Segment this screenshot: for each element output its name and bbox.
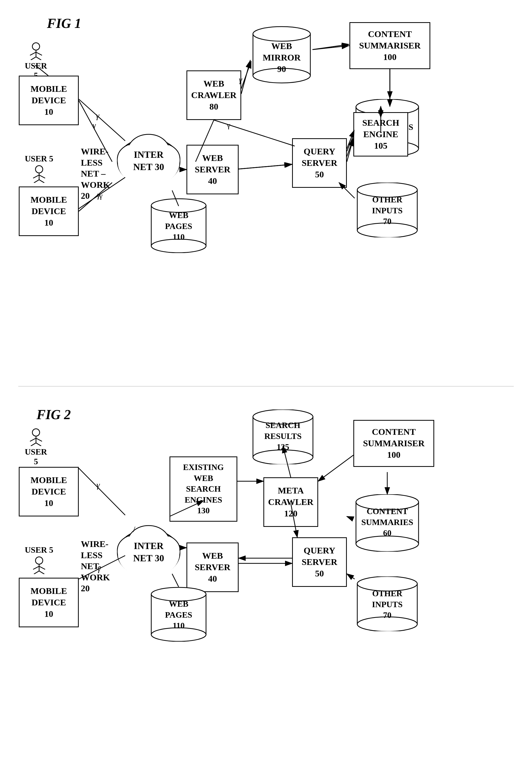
fig1-internet: INTERNET 30 [112,123,185,191]
fig2-internet: INTERNET 30 [112,514,185,583]
svg-line-73 [36,443,41,446]
svg-line-3 [36,52,42,55]
svg-line-62 [347,138,353,162]
svg-text:γ: γ [96,111,100,120]
fig1-content-summariser: CONTENTSUMMARISER100 [349,22,430,69]
svg-line-116 [347,574,355,579]
svg-line-4 [31,57,36,60]
svg-point-74 [35,557,43,564]
svg-line-8 [33,175,39,178]
svg-text:γ: γ [96,480,100,490]
fig1-label: FIG 1 [47,15,81,31]
fig2-webserver: WEBSERVER40 [186,542,239,592]
fig1-webmirror: WEBMIRROR90 [250,26,313,85]
svg-line-113 [347,516,353,519]
fig2-meta-crawler: METACRAWLER120 [263,477,318,527]
fig1-webcrawler: WEBCRAWLER80 [186,70,241,120]
svg-line-11 [39,180,44,183]
svg-line-71 [36,438,42,441]
svg-line-38 [241,60,250,94]
svg-line-101 [79,468,125,515]
fig2-user2: USER 5 [25,545,53,574]
fig1-other-inputs: OTHERINPUTS70 [355,183,420,239]
svg-line-56 [239,164,292,169]
svg-line-42 [313,45,349,50]
fig2-mobile1: MOBILEDEVICE10 [19,467,79,516]
fig2-label: FIG 2 [36,407,71,422]
fig1-user2: USER 5 [25,154,53,183]
fig1-wireless: WIRE-LESSNET –WORK20 [81,146,110,201]
page: FIG 1 USER5 MOBILEDEVICE10 USER 5 MOBILE… [0,0,532,783]
fig1-web-pages: WEBPAGES110 [149,198,209,254]
divider [18,386,514,386]
svg-line-70 [30,438,36,441]
fig1-user1: USER5 [25,42,47,80]
svg-line-79 [39,571,44,574]
svg-line-76 [33,566,39,569]
fig1-search-engine: SEARCHENGINE105 [353,112,408,156]
svg-line-78 [34,571,39,574]
fig2-web-pages: WEBPAGES110 [149,587,209,643]
fig2-mobile2: MOBILEDEVICE10 [19,578,79,627]
svg-line-59 [312,44,349,50]
svg-text:γ: γ [92,121,96,129]
svg-point-0 [32,43,40,50]
svg-line-39 [239,164,292,169]
svg-line-44 [347,138,353,156]
svg-line-9 [39,175,45,178]
fig2-query-server: QUERYSERVER50 [292,537,347,587]
svg-line-61 [347,130,354,149]
svg-point-6 [35,166,43,173]
fig2-user1: USER5 [25,428,47,466]
fig1-mobile2: MOBILEDEVICE10 [19,187,79,236]
svg-text:γ: γ [227,121,230,129]
fig1-mobile1: MOBILEDEVICE10 [19,76,79,125]
fig1-query-server: QUERYSERVER50 [292,138,347,188]
svg-line-10 [34,180,39,183]
svg-line-2 [30,52,36,55]
fig2-search-results: SEARCHRESULTS125 [250,409,316,465]
fig2-content-summaries: CONTENTSUMMARIES60 [353,494,421,553]
fig2-existing-search: EXISTINGWEBSEARCHENGINES130 [169,457,237,522]
fig1-webserver: WEBSERVER40 [186,145,239,194]
svg-point-21 [253,27,310,41]
svg-line-45 [347,136,353,151]
fig2-content-summariser: CONTENTSUMMARISER100 [353,420,434,467]
fig2-wireless: WIRE-LESSNET-WORK20 [81,539,110,594]
svg-line-57 [241,61,251,89]
svg-line-40 [214,120,295,146]
fig2-other-inputs: OTHERINPUTS70 [355,576,420,632]
svg-point-68 [32,429,40,436]
svg-line-72 [31,443,36,446]
svg-line-111 [318,455,353,481]
svg-line-77 [39,566,45,569]
svg-line-5 [36,57,41,60]
